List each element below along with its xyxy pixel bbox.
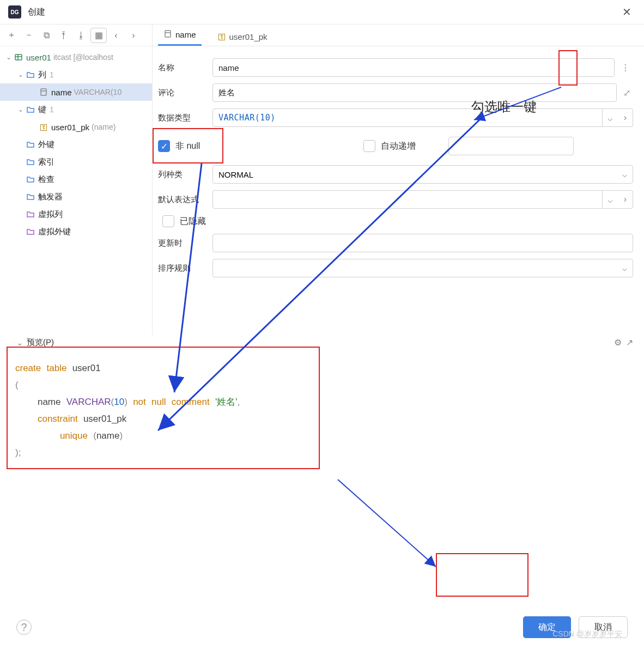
preview-header: ⌄ 预览(P) ⚙ ↗ [0,335,644,350]
comment-label: 评论 [158,88,212,98]
datatype-next-icon[interactable]: › [618,108,633,127]
tree-table-label: user01 [26,53,51,62]
name-input[interactable] [212,58,615,77]
close-icon[interactable]: ✕ [618,3,636,21]
update-label: 更新时 [158,238,212,248]
hidden-checkbox[interactable] [162,215,174,227]
autoinc-checkbox[interactable] [363,140,375,152]
app-logo-icon: DG [8,5,21,19]
open-external-icon[interactable]: ↗ [626,337,633,348]
chevron-down-icon[interactable]: ⌄ [16,338,23,348]
tree-table-sub: itcast [@localhost [53,53,113,62]
title-bar: DG 创建 ✕ [0,0,644,25]
notnull-checkbox[interactable]: ✓ [158,140,170,152]
ok-button[interactable]: 确定 [523,616,571,638]
tree-keys-node[interactable]: ⌄ 键 1 [0,101,152,118]
colkind-select[interactable]: NORMAL [212,165,633,184]
add-icon[interactable]: ＋ [3,28,20,43]
tree-vfk-label: 虚拟外键 [38,227,71,237]
svg-rect-0 [15,54,22,60]
svg-line-10 [338,480,436,567]
tab-name[interactable]: name [158,25,202,46]
hidden-label: 已隐藏 [180,216,206,227]
sql-preview: create table user01 ( name VARCHAR(10) n… [5,350,639,471]
expand-icon[interactable]: ⤢ [620,86,633,99]
structure-tree: ⌄ user01 itcast [@localhost ⌄ 列 1 name V… [0,46,152,335]
folder-icon [25,105,36,114]
footer: ? 确定 取消 [0,605,644,649]
collation-label: 排序规则 [158,263,212,274]
tree-chk-label: 检查 [38,174,54,185]
folder-icon [25,227,36,236]
tree-vcol-node[interactable]: 虚拟列 [0,205,152,223]
tree-fk-label: 外键 [38,139,54,150]
key-icon: ⚿ [218,32,226,41]
tree-keys-label: 键 [38,105,46,115]
notnull-label: 非 null [175,141,200,152]
tree-chk-node[interactable]: 检查 [0,171,152,188]
tree-column-name[interactable]: name VARCHAR(10 [0,83,152,101]
tabs: name ⚿ user01_pk [153,25,644,46]
help-icon[interactable]: ? [16,620,32,635]
tree-vfk-node[interactable]: 虚拟外键 [0,223,152,240]
tab-name-label: name [175,30,196,39]
default-input[interactable] [212,190,603,209]
folder-icon [25,175,36,184]
more-icon[interactable]: ⋮ [618,58,633,77]
default-label: 默认表达式 [158,195,212,205]
folder-icon [25,70,36,79]
layout-icon[interactable]: ▦ [90,28,107,43]
tree-columns-label: 列 [38,70,46,80]
folder-icon [25,140,36,149]
svg-rect-3 [41,89,46,95]
default-next-icon[interactable]: › [618,190,633,209]
collation-select[interactable] [212,259,633,277]
tree-pk-node[interactable]: ⚿ user01_pk (name) [0,118,152,136]
column-form: 名称 ⋮ 评论 ⤢ 数据类型 ⌵ › ✓ 非 null [153,46,644,335]
comment-input[interactable] [212,83,617,102]
folder-icon [25,210,36,219]
tree-columns-node[interactable]: ⌄ 列 1 [0,66,152,83]
settings-icon[interactable]: ⚙ [614,337,622,348]
folder-icon [25,157,36,166]
move-down-icon[interactable]: ⭳ [73,28,89,43]
cancel-button[interactable]: 取消 [579,616,628,638]
name-label: 名称 [158,63,212,73]
autoinc-input[interactable] [448,137,574,155]
tree-idx-node[interactable]: 索引 [0,153,152,171]
tree-column-label: name [51,88,72,97]
chevron-down-icon: ⌄ [4,53,13,61]
datatype-input[interactable] [212,108,603,127]
tree-pk-label: user01_pk [51,123,89,132]
tab-pk-label: user01_pk [229,32,268,41]
tree-columns-count: 1 [50,70,54,79]
tree-keys-count: 1 [50,105,54,114]
column-icon [163,29,172,40]
colkind-label: 列种类 [158,169,212,180]
tree-idx-label: 索引 [38,157,54,167]
svg-rect-5 [165,31,171,37]
window-title: 创建 [28,7,45,18]
datatype-dropdown-icon[interactable]: ⌵ [603,108,618,127]
tree-column-type: VARCHAR(10 [74,88,122,96]
prev-icon[interactable]: ‹ [108,28,124,43]
copy-icon[interactable]: ⧉ [38,28,54,43]
key-icon: ⚿ [38,123,49,132]
tree-pk-sub: (name) [92,123,116,131]
remove-icon[interactable]: － [21,28,37,43]
tree-trg-node[interactable]: 触发器 [0,188,152,205]
default-dropdown-icon[interactable]: ⌵ [603,190,618,209]
content-area: name ⚿ user01_pk 名称 ⋮ 评论 ⤢ 数据类型 ⌵ [153,25,644,335]
update-input[interactable] [212,234,633,252]
next-icon[interactable]: › [125,28,142,43]
tab-pk[interactable]: ⚿ user01_pk [212,28,273,46]
preview-title: 预览(P) [27,337,54,348]
autoinc-label: 自动递增 [381,141,416,152]
move-up-icon[interactable]: ⭱ [56,28,72,43]
tree-fk-node[interactable]: 外键 [0,136,152,153]
annotation-box [436,553,528,597]
tree-table-node[interactable]: ⌄ user01 itcast [@localhost [0,48,152,66]
sidebar: ＋ － ⧉ ⭱ ⭳ ▦ ‹ › ⌄ user01 itcast [@localh… [0,25,153,335]
column-icon [38,88,49,96]
table-icon [13,53,24,62]
